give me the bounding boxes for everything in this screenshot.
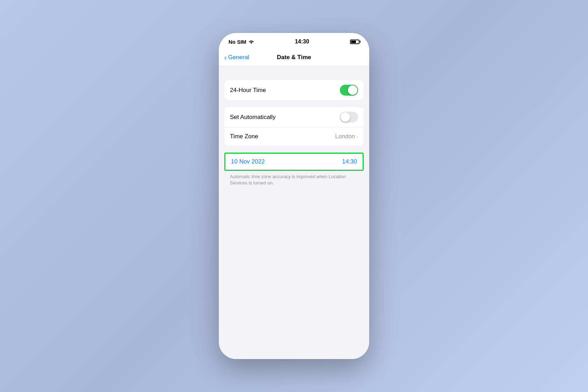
status-right (350, 40, 359, 44)
section-24hour: 24-Hour Time (219, 80, 369, 100)
battery-icon (350, 40, 359, 44)
settings-content: 24-Hour Time Set Automatically Time Zone (219, 66, 369, 359)
wifi-icon (248, 39, 254, 45)
row-time-zone[interactable]: Time Zone London › (224, 127, 364, 146)
section-timezone: Set Automatically Time Zone London › (219, 107, 369, 146)
set-automatically-label: Set Automatically (230, 114, 275, 121)
status-time: 14:30 (295, 38, 309, 45)
chevron-right-icon: › (356, 134, 358, 139)
footer-text: Automatic time zone accuracy is improved… (230, 174, 346, 186)
24hour-time-label: 24-Hour Time (230, 87, 266, 94)
toggle-thumb-2 (341, 112, 350, 122)
footer-note: Automatic time zone accuracy is improved… (219, 171, 369, 186)
back-label: General (228, 54, 249, 61)
back-button[interactable]: ‹ General (224, 54, 249, 61)
date-time-picker-row[interactable]: 10 Nov 2022 14:30 (224, 153, 364, 171)
row-set-automatically: Set Automatically (224, 107, 364, 127)
toggle-thumb (348, 85, 357, 95)
page-title: Date & Time (277, 54, 311, 61)
carrier-label: No SIM (229, 39, 246, 45)
svg-point-0 (251, 43, 252, 44)
24hour-time-toggle[interactable] (340, 85, 358, 96)
time-value: 14:30 (342, 158, 357, 165)
settings-group-2: Set Automatically Time Zone London › (224, 107, 364, 146)
nav-bar: ‹ General Date & Time (219, 50, 369, 66)
time-zone-label: Time Zone (230, 133, 258, 140)
back-chevron-icon: ‹ (224, 54, 227, 61)
status-bar: No SIM 14:30 (219, 33, 369, 50)
status-left: No SIM (229, 39, 254, 45)
time-zone-value: London (335, 133, 355, 140)
set-automatically-toggle[interactable] (340, 112, 358, 122)
settings-group-1: 24-Hour Time (224, 80, 364, 100)
row-24hour-time: 24-Hour Time (224, 80, 364, 100)
phone-frame: No SIM 14:30 ‹ General Date & Time (219, 33, 369, 359)
date-value: 10 Nov 2022 (231, 158, 265, 165)
time-zone-value-container: London › (335, 133, 358, 140)
